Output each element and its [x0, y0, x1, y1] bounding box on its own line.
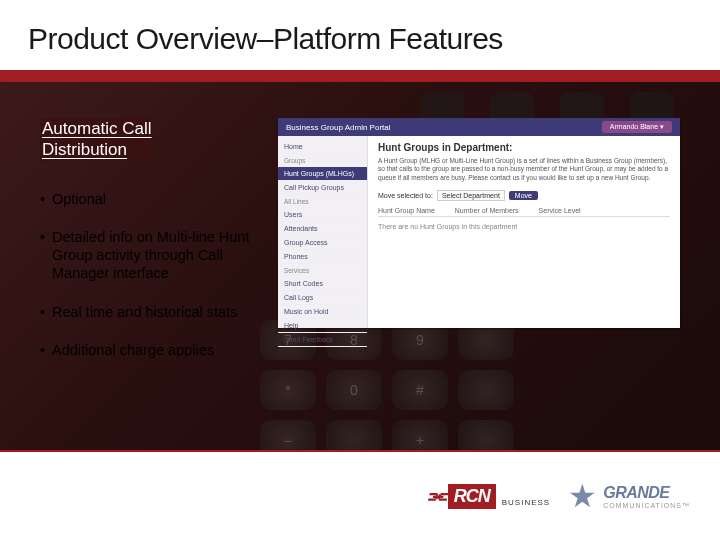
slide-title: Product Overview–Platform Features [28, 22, 503, 56]
bullet-list: •Optional •Detailed info on Multi-line H… [40, 190, 270, 379]
nav-hunt-groups: Hunt Groups (MLHGs) [278, 167, 367, 181]
star-icon: ★ [568, 480, 597, 512]
nav-call-pickup: Call Pickup Groups [278, 181, 367, 195]
portal-description: A Hunt Group (MLHG or Multi-Line Hunt Gr… [378, 157, 670, 182]
rcn-subtext: BUSINESS [502, 498, 550, 507]
col-name: Hunt Group Name [378, 207, 435, 214]
subtitle-line1: Automatic Call [42, 119, 152, 138]
bullet-item: •Optional [40, 190, 270, 208]
portal-user-menu: Armando Blane ▾ [602, 121, 672, 133]
nav-home: Home [278, 140, 367, 154]
nav-help: Help [278, 319, 367, 333]
admin-portal-screenshot: Business Group Admin Portal Armando Blan… [278, 118, 680, 328]
move-label: Move selected to: [378, 192, 433, 199]
dept-select: Select Department [437, 190, 505, 201]
nav-phones: Phones [278, 250, 367, 264]
nav-call-logs: Call Logs [278, 291, 367, 305]
nav-attendants: Attendants [278, 222, 367, 236]
move-button: Move [509, 191, 538, 200]
portal-heading: Hunt Groups in Department: [378, 142, 670, 153]
background-photo: New Calls Messages Directories 789 *0# –… [0, 82, 720, 450]
nav-music-hold: Music on Hold [278, 305, 367, 319]
nav-group-access: Group Access [278, 236, 367, 250]
subtitle: Automatic Call Distribution [40, 118, 154, 161]
footer: ⫘ RCN BUSINESS ★ GRANDE COMMUNICATIONS™ [0, 450, 720, 540]
portal-toolbar: Move selected to: Select Department Move [378, 190, 670, 201]
title-bar: Product Overview–Platform Features [0, 0, 720, 78]
nav-short-codes: Short Codes [278, 277, 367, 291]
portal-main: Hunt Groups in Department: A Hunt Group … [368, 136, 680, 328]
rcn-text: RCN [448, 484, 496, 509]
bullet-item: •Detailed info on Multi-line Hunt Group … [40, 228, 270, 282]
rcn-swoosh-icon: ⫘ [425, 483, 446, 509]
grande-text: GRANDE [603, 484, 690, 502]
grande-subtext: COMMUNICATIONS™ [603, 502, 690, 509]
bullet-item: •Real time and historical stats [40, 303, 270, 321]
grande-logo: ★ GRANDE COMMUNICATIONS™ [568, 480, 690, 512]
nav-all-lines: All Lines [278, 195, 367, 208]
portal-title: Business Group Admin Portal [286, 123, 391, 132]
bullet-item: •Additional charge applies [40, 341, 270, 359]
red-stripe [0, 70, 720, 82]
table-header: Hunt Group Name Number of Members Servic… [378, 207, 670, 217]
col-service: Service Level [539, 207, 581, 214]
rcn-logo: ⫘ RCN BUSINESS [425, 483, 550, 509]
nav-feedback: Send Feedback [278, 333, 367, 347]
portal-header: Business Group Admin Portal Armando Blan… [278, 118, 680, 136]
subtitle-line2: Distribution [42, 140, 127, 159]
col-members: Number of Members [455, 207, 519, 214]
nav-groups: Groups [278, 154, 367, 167]
nav-users: Users [278, 208, 367, 222]
portal-sidebar: Home Groups Hunt Groups (MLHGs) Call Pic… [278, 136, 368, 328]
table-empty-message: There are no Hunt Groups in this departm… [378, 217, 670, 230]
nav-services: Services [278, 264, 367, 277]
